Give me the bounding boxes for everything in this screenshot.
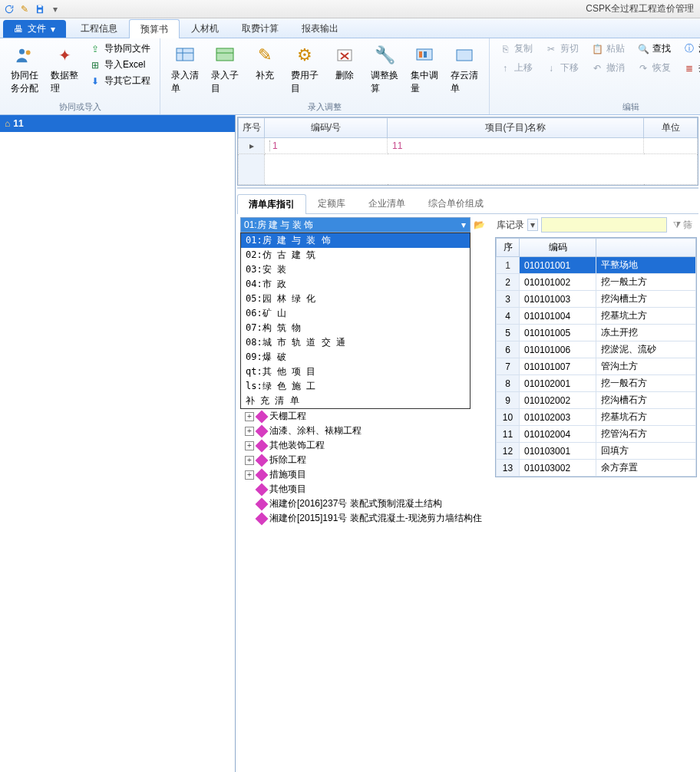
dropdown-icon[interactable]: ▾: [49, 3, 61, 15]
folder-open-icon[interactable]: 📂: [474, 219, 485, 230]
tree-node[interactable]: +天棚工程: [245, 409, 490, 424]
delete-button[interactable]: 删除: [326, 41, 363, 84]
tree-leaf[interactable]: 湘建价[2015]191号 装配式混凝土-现浇剪力墙结构住: [245, 511, 490, 526]
dropdown-option[interactable]: 04:市 政: [241, 277, 470, 292]
items-grid-row[interactable]: 10010102003挖基坑石方: [497, 409, 696, 426]
dropdown-option[interactable]: 01:房 建 与 装 饰: [241, 233, 470, 248]
menu-tab-report[interactable]: 报表输出: [290, 18, 350, 38]
items-grid-row[interactable]: 2010101002挖一般土方: [497, 274, 696, 291]
items-grid-header-name[interactable]: [596, 239, 696, 257]
filter-icon[interactable]: ⧩ 筛: [670, 219, 695, 232]
tab-unit-price-comp[interactable]: 综合单价组成: [417, 193, 495, 213]
tree-node[interactable]: +措施项目: [245, 467, 490, 482]
note-button[interactable]: ⓘ注释: [680, 41, 700, 56]
move-up-button[interactable]: ↑上移: [496, 61, 536, 75]
dropdown-option[interactable]: 05:园 林 绿 化: [241, 292, 470, 306]
cut-button[interactable]: ✂剪切: [542, 41, 582, 56]
items-grid-cell-name: 挖淤泥、流砂: [596, 341, 696, 358]
dropdown-option[interactable]: ls:绿 色 施 工: [241, 379, 470, 394]
dropdown-option[interactable]: qt:其 他 项 目: [241, 365, 470, 379]
items-grid-row[interactable]: 6010101006挖淤泥、流砂: [497, 341, 696, 358]
items-grid-row[interactable]: 12010103001回填方: [497, 443, 696, 460]
items-grid-row[interactable]: 4010101004挖基坑土方: [497, 308, 696, 325]
items-grid-cell-code: 010102003: [520, 409, 596, 426]
edit-icon[interactable]: ✎: [18, 3, 31, 15]
collapse-button[interactable]: ≣折叠: [680, 61, 700, 75]
move-down-button[interactable]: ↓下移: [542, 61, 582, 75]
dropdown-option[interactable]: 03:安 装: [241, 262, 470, 277]
dropdown-option[interactable]: 07:构 筑 物: [241, 321, 470, 335]
tab-enterprise-list[interactable]: 企业清单: [357, 193, 417, 213]
data-tidy-button[interactable]: ✦ 数据整理: [46, 41, 83, 97]
tree-node[interactable]: +油漆、涂料、裱糊工程: [245, 424, 490, 438]
items-grid-cell-name: 回填方: [596, 443, 696, 460]
tree-leaf[interactable]: 其他项目: [245, 482, 490, 497]
menu-tab-project-info[interactable]: 工程信息: [69, 18, 129, 38]
items-grid-cell-name: 挖沟槽土方: [596, 291, 696, 308]
expand-icon[interactable]: +: [245, 412, 254, 421]
tab-listlib-guide[interactable]: 清单库指引: [237, 194, 306, 214]
horizontal-splitter[interactable]: [237, 187, 698, 189]
lib-search-input[interactable]: [541, 217, 667, 233]
dropdown-option[interactable]: 补 充 清 单: [241, 394, 470, 408]
category-combo-input[interactable]: [240, 217, 471, 233]
top-grid-row[interactable]: ▸ 1 11: [239, 138, 698, 154]
menu-tab-fee-calc[interactable]: 取费计算: [230, 18, 290, 38]
top-grid-cell-unit[interactable]: [644, 138, 698, 154]
top-grid-cell-code[interactable]: 11: [388, 138, 644, 154]
chevron-down-icon[interactable]: ▾: [527, 219, 538, 231]
save-cloud-button[interactable]: 存云清单: [446, 41, 483, 97]
save-icon[interactable]: [34, 3, 46, 15]
task-assign-button[interactable]: 协同任务分配: [6, 41, 43, 97]
expand-icon[interactable]: +: [245, 441, 254, 450]
undo-button[interactable]: ↶撤消: [588, 61, 628, 75]
items-grid-row[interactable]: 9010102002挖沟槽石方: [497, 392, 696, 409]
file-menu-button[interactable]: 🖶 文件 ▾: [3, 20, 66, 38]
find-button[interactable]: 🔍查找: [634, 41, 674, 56]
items-grid-row[interactable]: 1010101001平整场地: [497, 257, 696, 274]
import-other-project-button[interactable]: ⬇导其它工程: [86, 74, 154, 88]
adjust-swap-button[interactable]: 🔧调整换算: [366, 41, 403, 97]
left-tree-root-label[interactable]: 11: [13, 118, 23, 129]
items-grid-row[interactable]: 7010101007管沟土方: [497, 358, 696, 375]
items-grid-row[interactable]: 11010102004挖管沟石方: [497, 426, 696, 443]
paste-button[interactable]: 📋粘贴: [588, 41, 628, 56]
tree-node[interactable]: +拆除工程: [245, 453, 490, 467]
tree-node[interactable]: +其他装饰工程: [245, 438, 490, 453]
items-grid-row[interactable]: 5010101005冻土开挖: [497, 325, 696, 341]
top-grid-header-name[interactable]: 项目(子目)名称: [388, 118, 644, 138]
redo-button[interactable]: ↷恢复: [634, 61, 674, 75]
items-grid-header-code[interactable]: 编码: [520, 239, 596, 257]
refresh-icon[interactable]: [3, 3, 15, 15]
items-grid-header-seq[interactable]: 序: [497, 239, 520, 257]
dropdown-option[interactable]: 09:爆 破: [241, 350, 470, 365]
dropdown-option[interactable]: 06:矿 山: [241, 306, 470, 321]
chevron-down-icon: ▾: [51, 24, 55, 35]
top-grid-header-seq[interactable]: 序号: [239, 118, 265, 138]
enter-subitem-button[interactable]: 录入子目: [206, 41, 243, 97]
items-grid-row[interactable]: 3010101003挖沟槽土方: [497, 291, 696, 308]
items-grid-row[interactable]: 13010103002余方弃置: [497, 460, 696, 477]
import-excel-button[interactable]: ⊞导入Excel: [86, 58, 154, 72]
fee-subitem-button[interactable]: ⚙费用子目: [286, 41, 323, 97]
dropdown-option[interactable]: 02:仿 古 建 筑: [241, 248, 470, 262]
top-grid-header-unit[interactable]: 单位: [644, 118, 698, 138]
items-grid-cell-seq: 13: [497, 460, 520, 477]
copy-button[interactable]: ⎘复制: [496, 41, 536, 56]
category-combo[interactable]: ▾ 01:房 建 与 装 饰 02:仿 古 建 筑 03:安 装 04:市 政 …: [240, 217, 471, 233]
top-grid-header-code[interactable]: 编码/号: [265, 118, 388, 138]
batch-adjust-button[interactable]: 集中调量: [406, 41, 443, 97]
enter-list-button[interactable]: 录入清单: [167, 41, 203, 97]
items-grid-row[interactable]: 8010102001挖一般石方: [497, 375, 696, 392]
menu-tab-budget[interactable]: 预算书: [129, 19, 180, 38]
expand-icon[interactable]: +: [245, 470, 254, 480]
supplement-button[interactable]: ✎补充: [246, 41, 283, 84]
tab-quotalib[interactable]: 定额库: [306, 193, 357, 213]
expand-icon[interactable]: +: [245, 456, 254, 465]
export-coop-file-button[interactable]: ⇪导协同文件: [86, 41, 154, 56]
expand-icon[interactable]: +: [245, 427, 254, 436]
top-grid-cell-seq[interactable]: 1: [265, 138, 388, 154]
tree-leaf[interactable]: 湘建价[2016]237号 装配式预制混凝土结构: [245, 497, 490, 511]
menu-tab-materials[interactable]: 人材机: [180, 18, 230, 38]
dropdown-option[interactable]: 08:城 市 轨 道 交 通: [241, 335, 470, 350]
